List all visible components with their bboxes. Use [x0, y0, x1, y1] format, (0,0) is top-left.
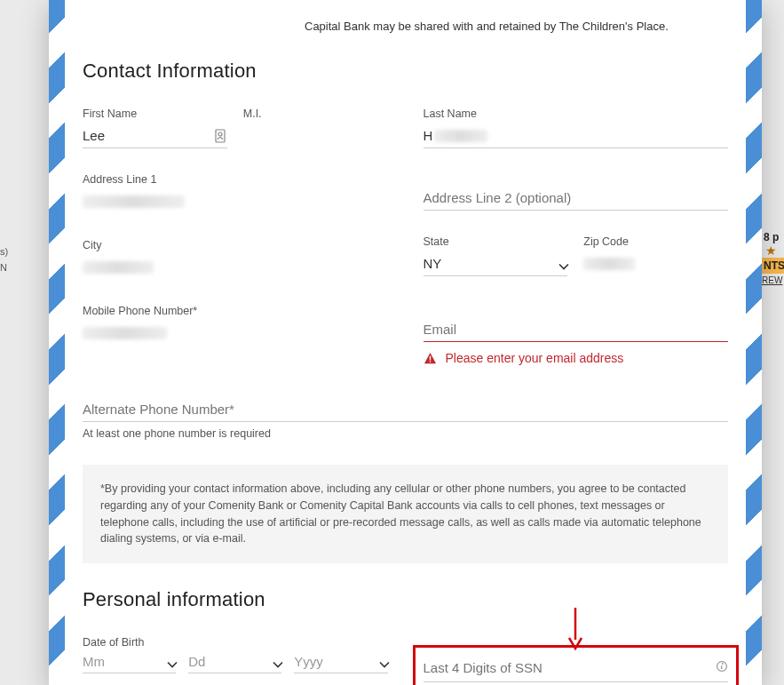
first-name-label: First Name	[83, 108, 227, 120]
dob-day-placeholder: Dd	[188, 654, 205, 669]
address1-redacted	[83, 195, 185, 208]
info-icon[interactable]	[716, 660, 728, 676]
application-modal: Capital Bank may be shared with and reta…	[49, 0, 762, 685]
background-peek-right: 8 p ★ NTS REW	[762, 231, 784, 329]
zip-redacted	[583, 258, 635, 270]
zip-label: Zip Code	[583, 235, 728, 248]
chevron-down-icon	[558, 259, 567, 268]
last-name-redacted	[434, 130, 487, 142]
state-label: State	[424, 235, 568, 248]
svg-rect-3	[429, 361, 430, 362]
dob-month-placeholder: Mm	[83, 654, 105, 669]
alt-phone-hint: At least one phone number is required	[83, 427, 728, 440]
background-peek-left: s) N	[0, 246, 18, 273]
airmail-stripe-left	[49, 0, 65, 685]
annotation-arrow	[566, 606, 584, 654]
svg-point-1	[218, 132, 222, 136]
email-input[interactable]	[424, 319, 729, 340]
svg-rect-2	[429, 355, 430, 360]
chevron-down-icon	[167, 657, 176, 666]
alt-phone-input[interactable]	[83, 399, 728, 420]
dob-day-select[interactable]: Dd	[188, 654, 281, 673]
bg-points: 8 p	[764, 231, 779, 243]
dob-label: Date of Birth	[83, 636, 388, 649]
top-disclosure-text: Capital Bank may be shared with and reta…	[305, 20, 728, 33]
personal-information-heading: Personal information	[83, 588, 728, 611]
warning-icon	[424, 352, 437, 365]
contact-information-heading: Contact Information	[83, 60, 728, 83]
state-value: NY	[424, 256, 442, 271]
last-name-label: Last Name	[424, 108, 729, 120]
bg-nts: NTS	[764, 259, 784, 272]
consent-disclosure: *By providing your contact information a…	[83, 465, 728, 563]
city-label: City	[83, 239, 388, 251]
address2-input[interactable]	[424, 187, 729, 209]
dob-year-select[interactable]: Yyyy	[294, 654, 387, 673]
mobile-label: Mobile Phone Number*	[83, 305, 388, 317]
star-icon: ★	[765, 243, 784, 258]
last-name-initial: H	[424, 128, 433, 143]
mobile-redacted	[83, 327, 167, 339]
state-select[interactable]: NY	[424, 253, 568, 276]
mi-label: M.I.	[243, 108, 388, 120]
airmail-stripe-right	[746, 0, 762, 685]
first-name-input[interactable]	[83, 125, 213, 147]
bg-rew: REW	[762, 275, 782, 285]
chevron-down-icon	[379, 657, 388, 666]
contacts-icon[interactable]	[213, 128, 227, 144]
ssn-input[interactable]	[424, 660, 717, 675]
chevron-down-icon	[273, 657, 281, 666]
mi-input[interactable]	[243, 125, 388, 147]
email-error: Please enter your email address	[424, 351, 729, 365]
dob-year-placeholder: Yyyy	[294, 654, 323, 669]
email-error-text: Please enter your email address	[446, 351, 624, 365]
city-redacted	[83, 261, 154, 274]
address1-label: Address Line 1	[83, 173, 388, 186]
dob-month-select[interactable]: Mm	[83, 654, 176, 673]
